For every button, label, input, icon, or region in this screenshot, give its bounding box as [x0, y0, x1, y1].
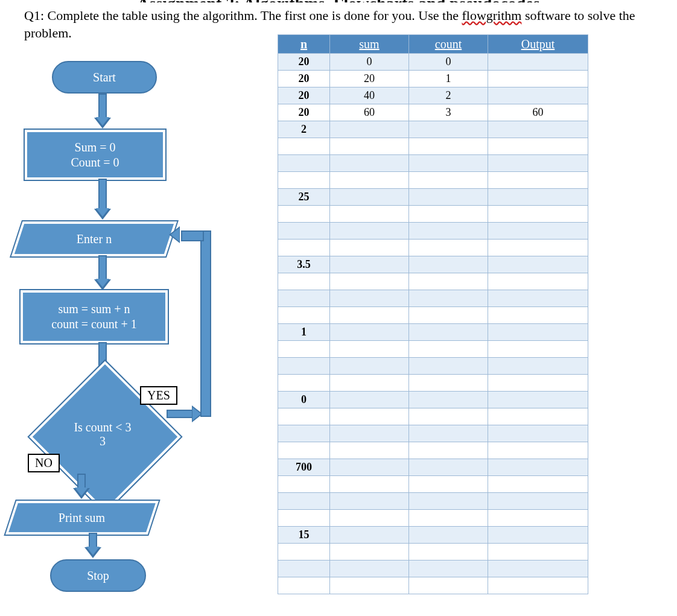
table-row: [278, 510, 588, 527]
table-row: 2000: [278, 54, 588, 71]
cell-sum: [330, 206, 409, 223]
cell-sum: [330, 560, 409, 577]
cell-n: 20: [278, 87, 330, 104]
cell-count: [409, 577, 488, 594]
cell-out: [488, 392, 588, 408]
cell-sum: [330, 172, 409, 189]
cell-sum: [330, 375, 409, 392]
cell-sum: [330, 341, 409, 358]
cell-sum: 0: [330, 54, 409, 71]
cell-out: [488, 476, 588, 493]
cell-out: [488, 256, 588, 273]
table-row: 15: [278, 527, 588, 544]
cell-out: [488, 493, 588, 510]
flowchart: Start Sum = 0 Count = 0 Enter n sum = su…: [0, 57, 278, 606]
cell-out: 60: [488, 104, 588, 121]
cell-out: [488, 273, 588, 290]
cell-count: [409, 307, 488, 324]
cell-sum: [330, 577, 409, 594]
trace-table: n sum count Output 200020201204022060360…: [278, 34, 588, 594]
cell-out: [488, 223, 588, 240]
cell-count: [409, 476, 488, 493]
cell-out: [488, 155, 588, 172]
cell-n: [278, 510, 330, 527]
process-init: Sum = 0 Count = 0: [25, 130, 165, 180]
cell-sum: [330, 459, 409, 476]
process-update: sum = sum + n count = count + 1: [21, 290, 168, 343]
col-count: count: [409, 35, 488, 54]
table-row: [278, 560, 588, 577]
cell-n: [278, 375, 330, 392]
cell-n: 20: [278, 104, 330, 121]
cell-sum: [330, 442, 409, 459]
table-row: [278, 408, 588, 425]
cell-count: [409, 121, 488, 138]
cell-sum: 20: [330, 71, 409, 87]
cell-n: [278, 577, 330, 594]
cell-count: [409, 375, 488, 392]
cell-sum: [330, 544, 409, 560]
cell-out: [488, 560, 588, 577]
cell-count: [409, 138, 488, 155]
cell-sum: [330, 324, 409, 341]
cell-out: [488, 341, 588, 358]
cell-count: [409, 273, 488, 290]
cell-count: [409, 527, 488, 544]
cell-count: [409, 392, 488, 408]
cell-n: 1: [278, 324, 330, 341]
cell-n: [278, 425, 330, 442]
cell-n: 20: [278, 54, 330, 71]
cell-sum: [330, 493, 409, 510]
page-title: Assignment 2: Algorithms, Flowcharts and…: [0, 0, 677, 2]
table-row: [278, 375, 588, 392]
table-row: 0: [278, 392, 588, 408]
table-row: [278, 425, 588, 442]
cell-n: 2: [278, 121, 330, 138]
io-enter-n: Enter n: [11, 221, 177, 256]
cell-n: [278, 341, 330, 358]
cell-n: [278, 442, 330, 459]
table-row: [278, 240, 588, 256]
cell-count: [409, 155, 488, 172]
cell-sum: [330, 408, 409, 425]
table-row: 20201: [278, 71, 588, 87]
table-row: [278, 493, 588, 510]
cell-out: [488, 577, 588, 594]
cell-out: [488, 307, 588, 324]
table-row: [278, 290, 588, 307]
cell-n: [278, 223, 330, 240]
table-row: [278, 273, 588, 290]
cell-n: 15: [278, 527, 330, 544]
table-row: [278, 341, 588, 358]
cell-count: [409, 290, 488, 307]
col-output: Output: [488, 35, 588, 54]
cell-n: [278, 307, 330, 324]
cell-n: 25: [278, 189, 330, 206]
cell-sum: 60: [330, 104, 409, 121]
cell-sum: [330, 527, 409, 544]
cell-n: [278, 290, 330, 307]
cell-sum: [330, 290, 409, 307]
cell-n: [278, 273, 330, 290]
cell-sum: [330, 476, 409, 493]
cell-count: [409, 459, 488, 476]
cell-n: [278, 560, 330, 577]
cell-out: [488, 442, 588, 459]
cell-out: [488, 54, 588, 71]
cell-count: [409, 560, 488, 577]
cell-sum: [330, 155, 409, 172]
misspelled-word: flowgrithm: [462, 8, 521, 23]
cell-sum: [330, 138, 409, 155]
cell-sum: [330, 307, 409, 324]
cell-n: 0: [278, 392, 330, 408]
cell-n: [278, 206, 330, 223]
table-row: 2060360: [278, 104, 588, 121]
cell-out: [488, 138, 588, 155]
cell-n: [278, 138, 330, 155]
cell-sum: [330, 223, 409, 240]
table-row: [278, 358, 588, 375]
cell-sum: [330, 425, 409, 442]
cell-n: [278, 240, 330, 256]
table-row: 1: [278, 324, 588, 341]
cell-n: [278, 172, 330, 189]
